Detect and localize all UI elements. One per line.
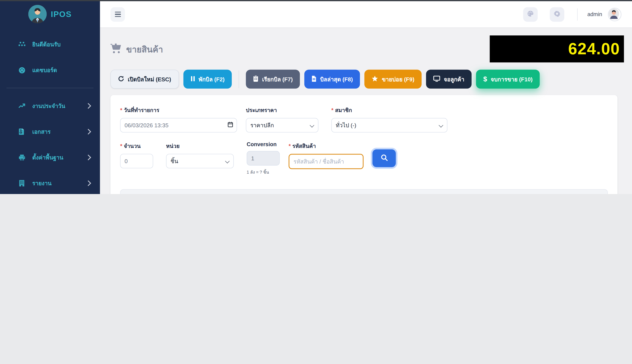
recall-bill-label: เรียกบิล (F7) bbox=[262, 75, 293, 84]
sidebar-item-basic-settings[interactable]: ตั้งค่าพื้นฐาน bbox=[3, 150, 97, 166]
recall-bill-button[interactable]: เรียกบิล (F7) bbox=[246, 70, 300, 89]
required-marker: * bbox=[120, 143, 122, 149]
file-invoice-icon: $ bbox=[18, 128, 26, 135]
actions-divider bbox=[239, 70, 239, 88]
member-value: ทั่วไป (-) bbox=[336, 121, 356, 130]
product-code-input[interactable] bbox=[288, 154, 364, 169]
settings-button[interactable] bbox=[550, 7, 564, 22]
building-icon bbox=[18, 180, 26, 186]
chevron-down-icon bbox=[310, 123, 314, 128]
sale-form-card: *วันที่ทำรายการ ประเภทราคา ราคาปลีก bbox=[110, 95, 617, 194]
customer-total-display: 624.00 bbox=[490, 36, 624, 62]
sidebar-item-welcome[interactable]: ยินดีต้อนรับ bbox=[3, 36, 97, 52]
chevron-right-icon bbox=[86, 180, 91, 186]
chart-line-icon bbox=[18, 102, 26, 110]
palette-icon bbox=[527, 10, 534, 18]
sidebar-item-label: งานประจำวัน bbox=[32, 102, 86, 110]
user-avatar[interactable] bbox=[608, 8, 621, 21]
page-title-text: ขายสินค้า bbox=[126, 43, 163, 56]
pause-icon bbox=[191, 76, 195, 82]
date-field-wrap bbox=[120, 118, 237, 133]
monitor-icon bbox=[433, 76, 440, 83]
price-type-value: ราคาปลีก bbox=[250, 121, 274, 130]
customer-screen-label: จอลูกค้า bbox=[444, 75, 464, 84]
calendar-icon[interactable] bbox=[228, 122, 233, 129]
discount-accordion-label: ส่วนลดและคูปอง bbox=[128, 194, 174, 194]
sidebar-item-dashboard[interactable]: แดชบอร์ด bbox=[3, 62, 97, 78]
sidebar-divider bbox=[7, 88, 93, 88]
main-area: admin bbox=[100, 1, 632, 194]
brand[interactable]: IPOS bbox=[0, 0, 100, 28]
cart-arrow-down-icon bbox=[110, 44, 121, 55]
topbar: admin bbox=[100, 1, 632, 28]
gear-icon bbox=[554, 10, 561, 18]
member-label: *สมาชิก bbox=[331, 106, 447, 114]
required-marker: * bbox=[288, 143, 291, 149]
new-bill-label: เปิดบิลใหม่ (ESC) bbox=[128, 75, 171, 84]
search-icon bbox=[381, 154, 388, 162]
quantity-input[interactable] bbox=[120, 154, 153, 168]
unit-select[interactable]: ชิ้น bbox=[166, 154, 234, 168]
transaction-date-input[interactable] bbox=[120, 118, 237, 133]
conversion-input bbox=[247, 151, 280, 166]
product-code-label: *รหัสสินค้า bbox=[288, 142, 364, 150]
theme-palette-button[interactable] bbox=[523, 7, 538, 22]
print-icon bbox=[18, 154, 26, 161]
unit-value: ชิ้น bbox=[171, 157, 178, 166]
hold-bill-button[interactable]: พักบิล (F2) bbox=[183, 70, 232, 89]
sidebar-item-documents[interactable]: $ เอกสาร bbox=[3, 124, 97, 140]
brand-logo-avatar bbox=[28, 5, 47, 24]
hold-bill-label: พักบิล (F2) bbox=[198, 75, 224, 84]
product-search-button[interactable] bbox=[373, 150, 396, 167]
required-marker: * bbox=[120, 107, 122, 113]
price-type-select[interactable]: ราคาปลีก bbox=[246, 118, 319, 133]
chevron-down-icon bbox=[439, 123, 443, 128]
frequent-sale-button[interactable]: ขายบ่อย (F9) bbox=[365, 70, 422, 89]
chevron-right-icon bbox=[86, 103, 91, 109]
frequent-sale-label: ขายบ่อย (F9) bbox=[382, 75, 414, 84]
action-buttons: เปิดบิลใหม่ (ESC) พักบิล (F2) เรียกบิล (… bbox=[110, 70, 624, 89]
quantity-label: *จำนวน bbox=[120, 142, 153, 150]
svg-text:$: $ bbox=[20, 131, 22, 134]
customer-screen-button[interactable]: จอลูกค้า bbox=[426, 70, 472, 89]
clipboard-icon bbox=[253, 75, 258, 83]
star-icon bbox=[372, 76, 378, 83]
chevron-right-icon bbox=[86, 129, 91, 134]
sidebar-item-label: ยินดีต้อนรับ bbox=[32, 40, 90, 49]
sidebar-item-label: ตั้งค่าพื้นฐาน bbox=[32, 153, 86, 162]
form-row-1: *วันที่ทำรายการ ประเภทราคา ราคาปลีก bbox=[120, 106, 608, 133]
sidebar-item-label: แดชบอร์ด bbox=[32, 66, 90, 74]
total-amount: 624.00 bbox=[568, 40, 620, 58]
chevron-right-icon bbox=[86, 154, 91, 160]
topbar-right: admin bbox=[523, 7, 632, 22]
last-bill-button[interactable]: บิลล่าสุด (F8) bbox=[304, 70, 360, 89]
window-top-edge bbox=[0, 0, 632, 1]
unit-label: หน่วย bbox=[166, 142, 234, 150]
sidebar-item-label: เอกสาร bbox=[32, 127, 86, 136]
brand-name: IPOS bbox=[51, 10, 72, 19]
content: ขายสินค้า 624.00 เปิดบิลใหม่ (ESC) bbox=[100, 36, 632, 194]
finish-sale-button[interactable]: $ จบการขาย (F10) bbox=[476, 70, 540, 89]
date-label: *วันที่ทำรายการ bbox=[120, 106, 237, 114]
member-select[interactable]: ทั่วไป (-) bbox=[331, 118, 447, 133]
price-type-label: ประเภทราคา bbox=[246, 106, 319, 114]
sidebar-toggle-button[interactable] bbox=[110, 7, 125, 22]
required-marker: * bbox=[331, 107, 334, 113]
chevron-down-icon bbox=[225, 159, 230, 163]
form-row-2: *จำนวน หน่วย ชิ้น Conversion 1 ลัง = ? bbox=[120, 142, 608, 176]
dollar-icon: $ bbox=[483, 75, 487, 83]
topbar-divider bbox=[577, 8, 578, 20]
new-bill-button[interactable]: เปิดบิลใหม่ (ESC) bbox=[110, 70, 179, 89]
page-title: ขายสินค้า bbox=[110, 43, 163, 56]
conversion-label: Conversion bbox=[247, 142, 280, 148]
sitemap-icon bbox=[18, 41, 26, 48]
sidebar-nav: ยินดีต้อนรับ แดชบอร์ด bbox=[0, 36, 100, 191]
finish-sale-label: จบการขาย (F10) bbox=[491, 75, 532, 84]
sidebar-item-label: รายงาน bbox=[32, 179, 86, 188]
page-head: ขายสินค้า 624.00 bbox=[110, 36, 624, 62]
discount-coupon-accordion[interactable]: ส่วนลดและคูปอง bbox=[120, 189, 608, 194]
sidebar-item-daily-tasks[interactable]: งานประจำวัน bbox=[3, 98, 97, 114]
sidebar-item-reports[interactable]: รายงาน bbox=[3, 175, 97, 191]
last-bill-label: บิลล่าสุด (F8) bbox=[320, 75, 353, 84]
sidebar: IPOS ยินดีต้อนรับ bbox=[0, 0, 100, 194]
